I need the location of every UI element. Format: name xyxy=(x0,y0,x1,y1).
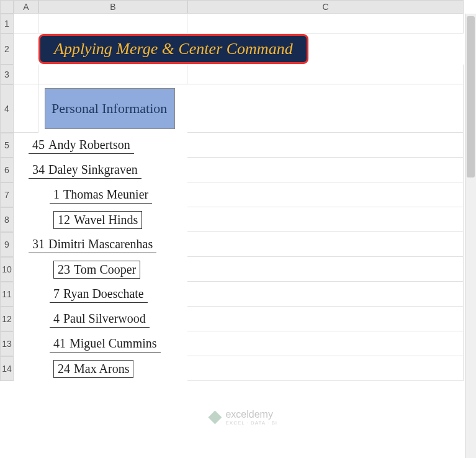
person-id: 1 xyxy=(53,187,60,201)
row-header-12[interactable]: 12 xyxy=(0,307,14,331)
person-id: 41 xyxy=(53,336,66,350)
person-entry: 31Dimitri Mascarenhas xyxy=(29,236,156,253)
table-row[interactable]: 31Dimitri Mascarenhas xyxy=(14,232,187,257)
cell[interactable] xyxy=(187,133,464,158)
table-row[interactable]: 24Max Arons xyxy=(14,356,187,381)
row-header-7[interactable]: 7 xyxy=(0,182,14,207)
table-row[interactable]: 34Daley Sinkgraven xyxy=(14,158,187,182)
section-header-cell[interactable]: Personal Information xyxy=(38,84,187,133)
cell[interactable] xyxy=(187,84,464,133)
col-header-A[interactable]: A xyxy=(14,0,38,14)
row-header-3[interactable]: 3 xyxy=(0,65,14,84)
person-id: 4 xyxy=(53,312,60,325)
watermark-icon xyxy=(208,411,222,424)
person-name: Andy Robertson xyxy=(48,138,130,151)
col-header-C[interactable]: C xyxy=(187,0,464,14)
col-header-B[interactable]: B xyxy=(38,0,187,14)
cell[interactable] xyxy=(187,257,464,282)
person-entry: 4Paul Silverwood xyxy=(50,310,150,328)
cell[interactable] xyxy=(187,331,464,356)
watermark-subtext: EXCEL · DATA · BI xyxy=(225,420,277,426)
cell[interactable] xyxy=(187,158,464,182)
vertical-scrollbar[interactable] xyxy=(465,14,476,458)
person-id: 34 xyxy=(32,163,45,176)
table-row[interactable]: 12Wavel Hinds xyxy=(14,207,187,232)
person-id: 45 xyxy=(32,138,45,151)
person-id: 24 xyxy=(58,362,70,375)
cell[interactable] xyxy=(187,232,464,257)
person-name: Paul Silverwood xyxy=(63,312,146,325)
person-id: 23 xyxy=(58,263,70,276)
row-header-2[interactable]: 2 xyxy=(0,34,14,65)
scrollbar-thumb[interactable] xyxy=(467,16,475,177)
row-header-6[interactable]: 6 xyxy=(0,158,14,182)
row-header-1[interactable]: 1 xyxy=(0,14,14,34)
row-header-14[interactable]: 14 xyxy=(0,356,14,381)
person-name: Wavel Hinds xyxy=(74,213,138,227)
title-row: Applying Merge & Center Command xyxy=(14,34,464,65)
person-entry: 23Tom Cooper xyxy=(53,261,140,279)
person-entry: 7Ryan Doeschate xyxy=(50,285,148,303)
row-header-8[interactable]: 8 xyxy=(0,207,14,232)
cell[interactable] xyxy=(187,307,464,331)
row-header-10[interactable]: 10 xyxy=(0,257,14,282)
person-name: Daley Sinkgraven xyxy=(48,163,138,176)
spreadsheet-grid: A B C 1 2 3 4 5 6 7 8 9 10 11 12 13 14 A… xyxy=(0,0,476,381)
row-header-11[interactable]: 11 xyxy=(0,282,14,307)
cell[interactable] xyxy=(38,14,187,34)
cell[interactable] xyxy=(187,182,464,207)
person-name: Dimitri Mascarenhas xyxy=(48,237,153,251)
watermark: exceldemy EXCEL · DATA · BI xyxy=(208,409,277,426)
person-entry: 12Wavel Hinds xyxy=(53,211,142,229)
table-row[interactable]: 45Andy Robertson xyxy=(14,133,187,158)
cell[interactable] xyxy=(38,65,187,84)
table-row[interactable]: 23Tom Cooper xyxy=(14,257,187,282)
row-header-13[interactable]: 13 xyxy=(0,331,14,356)
person-name: Tom Cooper xyxy=(74,263,136,276)
person-entry: 24Max Arons xyxy=(53,360,133,378)
row-header-5[interactable]: 5 xyxy=(0,133,14,158)
cell[interactable] xyxy=(14,84,38,133)
person-name: Ryan Doeschate xyxy=(63,287,144,300)
row-header-4[interactable]: 4 xyxy=(0,84,14,133)
watermark-text: exceldemy xyxy=(225,409,277,420)
person-entry: 1Thomas Meunier xyxy=(50,186,152,204)
person-id: 7 xyxy=(53,287,60,300)
cell[interactable] xyxy=(187,356,464,381)
person-name: Max Arons xyxy=(74,362,129,375)
cell[interactable] xyxy=(187,14,464,34)
section-header: Personal Information xyxy=(45,88,175,129)
table-row[interactable]: 1Thomas Meunier xyxy=(14,182,187,207)
cell[interactable] xyxy=(14,14,38,34)
person-entry: 41Miguel Cummins xyxy=(50,335,161,352)
person-entry: 34Daley Sinkgraven xyxy=(29,161,141,179)
row-header-9[interactable]: 9 xyxy=(0,232,14,257)
select-all-corner[interactable] xyxy=(0,0,14,14)
person-name: Thomas Meunier xyxy=(63,187,148,201)
cell[interactable] xyxy=(187,207,464,232)
table-row[interactable]: 7Ryan Doeschate xyxy=(14,282,187,307)
page-title: Applying Merge & Center Command xyxy=(38,34,308,64)
person-name: Miguel Cummins xyxy=(70,336,157,350)
person-entry: 45Andy Robertson xyxy=(29,137,134,154)
table-row[interactable]: 41Miguel Cummins xyxy=(14,331,187,356)
cell[interactable] xyxy=(187,282,464,307)
person-id: 12 xyxy=(58,213,70,227)
person-id: 31 xyxy=(32,237,45,251)
cell[interactable] xyxy=(14,65,38,84)
cell[interactable] xyxy=(187,65,464,84)
table-row[interactable]: 4Paul Silverwood xyxy=(14,307,187,331)
